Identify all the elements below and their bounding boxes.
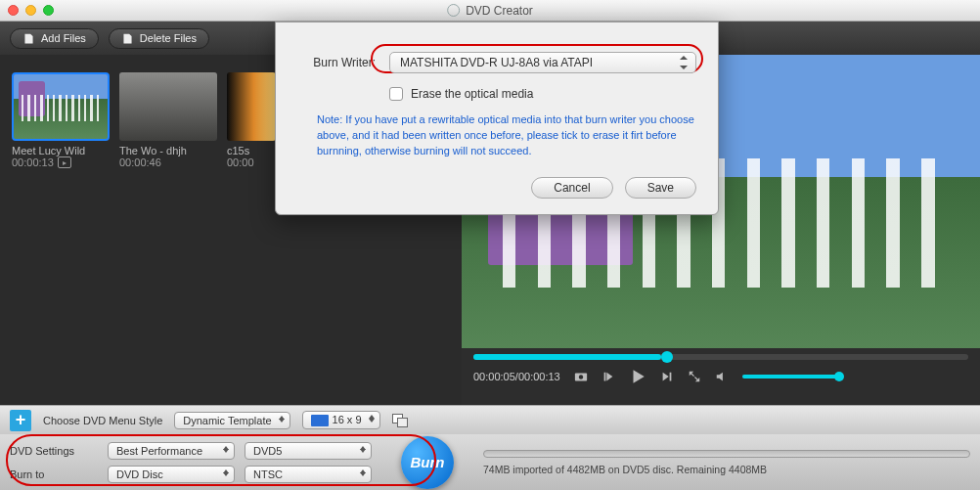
- snapshot-icon[interactable]: [574, 370, 588, 383]
- svg-point-1: [579, 375, 583, 379]
- transport-bar: 00:00:05/00:00:13: [462, 348, 980, 405]
- erase-label: Erase the optical media: [411, 87, 533, 101]
- play-icon[interactable]: [629, 368, 646, 385]
- burn-to-select[interactable]: DVD Disc: [108, 466, 235, 483]
- clip-duration: 00:00:13: [12, 156, 54, 168]
- volume-slider[interactable]: [742, 375, 840, 379]
- clip-name: c15s: [227, 145, 276, 156]
- clip-thumbnail: [119, 72, 217, 141]
- progress-bar: [483, 450, 970, 458]
- clip-item[interactable]: Meet Lucy Wild 00:00:13 ▸: [12, 72, 110, 168]
- progress-text: 74MB imported of 4482MB on DVD5 disc. Re…: [483, 464, 970, 475]
- clip-thumbnail: [12, 72, 110, 141]
- clip-item[interactable]: c15s 00:00: [227, 72, 276, 168]
- clip-item[interactable]: The Wo - dhjh 00:00:46: [119, 72, 217, 168]
- writer-row: Burn Writer: MATSHITA DVD-R UJ-8A8 via A…: [297, 52, 696, 73]
- clip-duration: 00:00:46: [119, 156, 217, 168]
- step-back-icon[interactable]: [601, 370, 615, 383]
- dialog-buttons: Cancel Save: [297, 177, 696, 199]
- minimize-icon[interactable]: [25, 5, 36, 16]
- volume-fill: [742, 375, 840, 379]
- aspect-icon: [311, 415, 329, 426]
- scrubber-handle[interactable]: [661, 351, 673, 363]
- burn-to-label: Burn to: [10, 468, 98, 480]
- burn-button[interactable]: Burn: [401, 436, 454, 489]
- scrubber[interactable]: [473, 354, 968, 360]
- quality-select[interactable]: Best Performance: [108, 442, 235, 460]
- writer-label: Burn Writer:: [297, 56, 376, 69]
- save-button[interactable]: Save: [625, 177, 696, 199]
- app-icon: [447, 4, 460, 17]
- edit-clip-icon[interactable]: ▸: [58, 156, 71, 168]
- transport-controls: 00:00:05/00:00:13: [473, 368, 968, 385]
- template-select[interactable]: Dynamic Template: [174, 412, 290, 429]
- zoom-icon[interactable]: [43, 5, 54, 16]
- titlebar: DVD Creator: [0, 0, 980, 22]
- close-icon[interactable]: [8, 5, 19, 16]
- menu-style-label: Choose DVD Menu Style: [43, 415, 162, 426]
- standard-select[interactable]: NTSC: [245, 466, 372, 483]
- clip-name: Meet Lucy Wild: [12, 145, 110, 156]
- step-fwd-icon[interactable]: [660, 370, 674, 383]
- burn-writer-select[interactable]: MATSHITA DVD-R UJ-8A8 via ATAPI: [389, 52, 696, 73]
- volume-handle[interactable]: [834, 372, 844, 381]
- scrubber-fill: [473, 354, 661, 360]
- progress-area: 74MB imported of 4482MB on DVD5 disc. Re…: [483, 450, 970, 475]
- dvd-settings-label: DVD Settings: [10, 445, 98, 457]
- add-files-button[interactable]: Add Files: [10, 28, 99, 49]
- swap-layout-icon[interactable]: [392, 414, 408, 427]
- clip-thumbnail: [227, 72, 276, 141]
- dialog-note: Note: If you have put a rewritable optic…: [317, 112, 696, 159]
- menu-style-row: + Choose DVD Menu Style Dynamic Template…: [0, 405, 980, 434]
- disc-type-select[interactable]: DVD5: [245, 442, 372, 460]
- window-controls: [8, 5, 54, 16]
- add-files-label: Add Files: [41, 32, 86, 44]
- window-title: DVD Creator: [447, 4, 533, 18]
- erase-checkbox[interactable]: [389, 87, 403, 101]
- fullscreen-icon[interactable]: [688, 370, 701, 383]
- clip-name: The Wo - dhjh: [119, 145, 217, 156]
- settings-row: DVD Settings Best Performance DVD5 Burn …: [0, 434, 980, 490]
- add-files-icon: [22, 32, 35, 45]
- settings-grid: DVD Settings Best Performance DVD5 Burn …: [10, 442, 372, 483]
- add-menu-button[interactable]: +: [10, 410, 31, 431]
- delete-files-label: Delete Files: [140, 32, 197, 44]
- burn-writer-dialog: Burn Writer: MATSHITA DVD-R UJ-8A8 via A…: [275, 22, 719, 215]
- delete-files-icon: [121, 32, 134, 45]
- clip-duration: 00:00: [227, 156, 276, 168]
- time-display: 00:00:05/00:00:13: [473, 371, 560, 382]
- clip-duration-row: 00:00:13 ▸: [12, 156, 110, 168]
- cancel-button[interactable]: Cancel: [531, 177, 612, 199]
- volume-icon[interactable]: [715, 370, 729, 383]
- delete-files-button[interactable]: Delete Files: [109, 28, 209, 49]
- erase-row: Erase the optical media: [389, 87, 696, 101]
- aspect-select[interactable]: 16 x 9: [302, 411, 380, 429]
- window-title-text: DVD Creator: [466, 4, 533, 18]
